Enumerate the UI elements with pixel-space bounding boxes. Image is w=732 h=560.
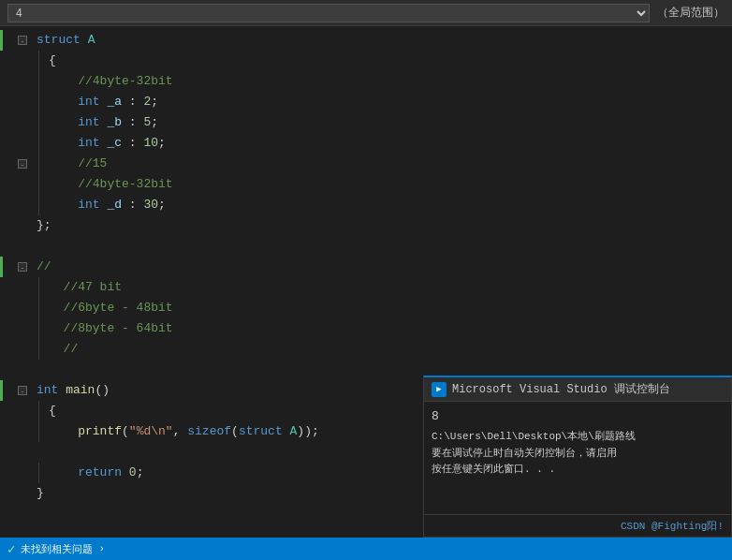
code-content: //4byte-32bit bbox=[45, 174, 173, 195]
line-number-area bbox=[3, 51, 33, 71]
status-arrow-icon: › bbox=[98, 543, 105, 554]
token: ( bbox=[231, 421, 239, 442]
code-content: }; bbox=[33, 215, 51, 236]
token bbox=[49, 133, 78, 154]
token: ; bbox=[151, 112, 158, 133]
token: A bbox=[88, 30, 95, 51]
indent-guide bbox=[38, 154, 39, 174]
code-content: int _a : 2; bbox=[45, 92, 158, 112]
code-line: { bbox=[0, 51, 732, 71]
token: //4byte-32bit bbox=[49, 71, 173, 92]
line-number-area bbox=[3, 339, 33, 360]
token: //4byte-32bit bbox=[49, 174, 173, 195]
line-number-area bbox=[3, 277, 33, 298]
code-line bbox=[0, 236, 732, 257]
code-content: int _b : 5; bbox=[45, 112, 158, 133]
token: "%d\n" bbox=[129, 421, 173, 442]
line-number-area bbox=[3, 112, 33, 133]
indent-guide bbox=[38, 133, 39, 154]
token: int bbox=[78, 133, 99, 154]
line-number-area bbox=[3, 133, 33, 154]
code-content: printf("%d\n", sizeof(struct A)); bbox=[45, 421, 319, 442]
status-text: 未找到相关问题 bbox=[21, 542, 93, 556]
token: : bbox=[122, 92, 143, 112]
debug-path-1: C:\Users\Dell\Desktop\本地\刷题路线 bbox=[432, 429, 724, 446]
code-content: //6byte - 48bit bbox=[45, 298, 173, 318]
scope-label: （全局范围） bbox=[657, 5, 725, 21]
line-number-area bbox=[3, 71, 33, 92]
token: int bbox=[78, 112, 99, 133]
fold-button[interactable]: - bbox=[18, 36, 27, 45]
code-content: { bbox=[45, 51, 56, 71]
code-content bbox=[33, 236, 37, 257]
token: //6byte - 48bit bbox=[49, 298, 173, 318]
token: // bbox=[49, 339, 78, 360]
line-number-area bbox=[3, 318, 33, 339]
code-content bbox=[33, 442, 37, 463]
line-number-area bbox=[3, 401, 33, 421]
code-content: int _d : 30; bbox=[45, 195, 166, 215]
token: _d bbox=[107, 195, 122, 215]
token: ; bbox=[44, 215, 51, 236]
line-number-area bbox=[3, 442, 33, 463]
indent-guide bbox=[38, 195, 39, 215]
line-number-area bbox=[3, 174, 33, 195]
line-number-area bbox=[3, 195, 33, 215]
code-line: -struct A bbox=[0, 30, 732, 51]
code-content: } bbox=[33, 483, 44, 504]
debug-title: Microsoft Visual Studio 调试控制台 bbox=[452, 381, 670, 397]
code-line: //6byte - 48bit bbox=[0, 298, 732, 318]
indent-guide bbox=[38, 51, 39, 71]
fold-button[interactable]: - bbox=[18, 159, 27, 169]
code-content: { bbox=[45, 401, 56, 421]
token: 2 bbox=[143, 92, 151, 112]
token: 30 bbox=[143, 195, 158, 215]
indent-guide bbox=[38, 401, 39, 421]
line-number-area bbox=[3, 463, 33, 483]
token: int bbox=[78, 195, 99, 215]
token: sizeof bbox=[187, 421, 231, 442]
debug-console: ▶ Microsoft Visual Studio 调试控制台 8 C:\Use… bbox=[423, 376, 732, 538]
line-number-area: - bbox=[3, 380, 33, 401]
token: } bbox=[37, 483, 44, 504]
code-content: return 0; bbox=[45, 463, 143, 483]
line-number-area: - bbox=[3, 30, 33, 51]
token: : bbox=[122, 195, 143, 215]
token: ( bbox=[122, 421, 129, 442]
token bbox=[283, 421, 290, 442]
code-content: struct A bbox=[33, 30, 95, 51]
line-number-area: - bbox=[3, 154, 33, 174]
token bbox=[81, 30, 88, 51]
token bbox=[49, 463, 78, 483]
code-line: }; bbox=[0, 215, 732, 236]
top-bar: 4 （全局范围） bbox=[0, 0, 732, 26]
token: _a bbox=[107, 92, 122, 112]
code-content: //8byte - 64bit bbox=[45, 318, 173, 339]
indent-guide bbox=[38, 92, 39, 112]
debug-path-lines: C:\Users\Dell\Desktop\本地\刷题路线 要在调试停止时自动关… bbox=[432, 429, 724, 479]
code-content: int _c : 10; bbox=[45, 133, 166, 154]
fold-button[interactable]: - bbox=[18, 262, 27, 272]
debug-content: 8 C:\Users\Dell\Desktop\本地\刷题路线 要在调试停止时自… bbox=[424, 402, 731, 514]
line-number-area bbox=[3, 236, 33, 257]
debug-app-icon: ▶ bbox=[432, 382, 447, 397]
code-content: //4byte-32bit bbox=[45, 71, 173, 92]
status-check-icon: ✓ bbox=[7, 541, 15, 557]
token: _c bbox=[107, 133, 122, 154]
token: struct bbox=[239, 421, 283, 442]
debug-footer: CSDN @Fighting阳! bbox=[424, 514, 731, 537]
line-number-area: - bbox=[3, 257, 33, 277]
line-number-area bbox=[3, 360, 33, 380]
line-dropdown[interactable]: 4 bbox=[7, 4, 650, 22]
token: , bbox=[173, 421, 188, 442]
indent-guide bbox=[38, 112, 39, 133]
code-line: // bbox=[0, 339, 732, 360]
code-content: //47 bit bbox=[45, 277, 122, 298]
code-content bbox=[33, 360, 37, 380]
token: return bbox=[78, 463, 122, 483]
fold-button[interactable]: - bbox=[18, 386, 27, 395]
indent-guide bbox=[38, 174, 39, 195]
code-line: //4byte-32bit bbox=[0, 174, 732, 195]
token: { bbox=[49, 401, 56, 421]
token: //8byte - 64bit bbox=[49, 318, 173, 339]
